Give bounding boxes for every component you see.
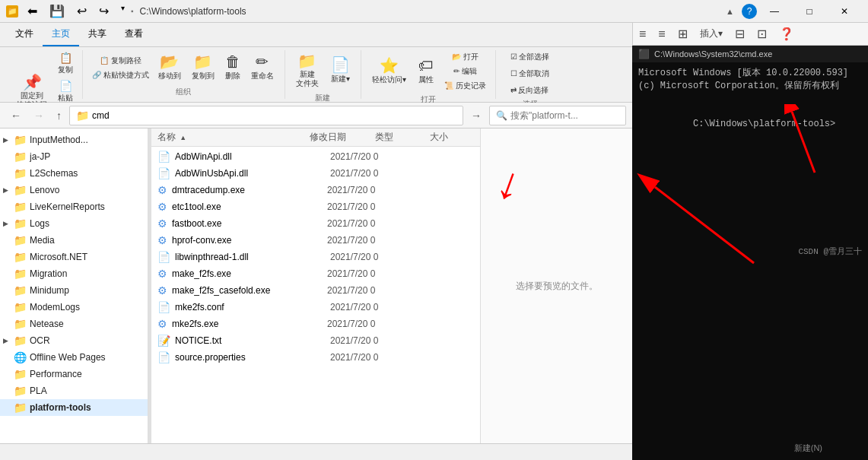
back-button[interactable]: ← <box>6 108 26 123</box>
file-row[interactable]: ⚙ make_f2fs.exe 2021/7/20 0 <box>151 265 480 282</box>
tree-label: OCR <box>30 335 50 346</box>
file-row[interactable]: 📄 source.properties 2021/7/20 0 <box>151 349 480 366</box>
file-row[interactable]: ⚙ dmtracedump.exe 2021/7/20 0 <box>151 182 480 198</box>
delete-button[interactable]: 🗑 删除 <box>221 51 245 84</box>
file-row[interactable]: 📄 libwinpthread-1.dll 2021/7/20 0 <box>151 249 480 265</box>
paste-shortcut-button[interactable]: 🔗 粘贴快捷方式 <box>89 68 152 82</box>
file-row[interactable]: ⚙ mke2fs.exe 2021/7/20 0 <box>151 316 480 332</box>
file-row[interactable]: 📝 NOTICE.txt 2021/7/20 0 <box>151 332 480 349</box>
folder-icon: 📁 <box>14 201 27 213</box>
cmd-content[interactable]: Microsoft Windows [版本 10.0.22000.593] (c… <box>632 62 868 263</box>
file-date: 2021/7/20 0 <box>330 168 385 179</box>
history-button[interactable]: 📜 历史记录 <box>441 79 489 93</box>
move-to-button[interactable]: 📂 移动到 <box>154 51 186 84</box>
address-bar: ← → ↑ 📁 cmd → 🔍 <box>0 103 632 128</box>
title-qs-redo[interactable]: ↪ <box>99 4 109 18</box>
file-name: hprof-conv.exe <box>172 235 324 246</box>
open-button[interactable]: 📂 打开 <box>441 50 489 64</box>
select-none-button[interactable]: ☐ 全部取消 <box>507 67 553 81</box>
paste-button[interactable]: 📄 粘贴 <box>55 78 76 105</box>
title-qs-undo[interactable]: ↩ <box>77 4 87 18</box>
invert-button[interactable]: ⇄ 反向选择 <box>507 84 552 97</box>
file-row[interactable]: ⚙ fastboot.exe 2021/7/20 0 <box>151 215 480 232</box>
tree-item-modemlogs[interactable]: 📁 ModemLogs <box>0 299 148 316</box>
tree-item-inputmethod[interactable]: ▶ 📁 InputMethod... <box>0 132 148 148</box>
rt-help[interactable]: ❓ <box>776 25 797 43</box>
file-row[interactable]: 📄 AdbWinApi.dll 2021/7/20 0 <box>151 148 480 165</box>
tree-item-lenovo[interactable]: ▶ 📁 Lenovo <box>0 182 148 198</box>
rename-button[interactable]: ✏ 重命名 <box>246 51 278 84</box>
title-qs-dropdown[interactable]: ▾ <box>121 4 125 18</box>
tree-item-ocr[interactable]: ▶ 📁 OCR <box>0 332 148 349</box>
new-folder-button[interactable]: 📁 新建文件夹 <box>291 50 323 91</box>
expand-arrow: ▶ <box>3 186 12 194</box>
minimize-button[interactable]: — <box>757 0 792 23</box>
ribbon-collapse[interactable]: ▲ <box>720 4 740 19</box>
cmd-line-3 <box>638 93 862 106</box>
help-btn[interactable]: ? <box>742 4 757 19</box>
tree-item-ja-jp[interactable]: 📁 ja-JP <box>0 148 148 165</box>
col-size[interactable]: 大小 <box>430 131 474 144</box>
file-row[interactable]: ⚙ make_f2fs_casefold.exe 2021/7/20 0 <box>151 282 480 299</box>
properties-icon: 🏷 <box>418 58 434 73</box>
rt-grid[interactable]: ⊞ <box>675 25 691 43</box>
tree-item-minidump[interactable]: 📁 Minidump <box>0 282 148 299</box>
select-all-button[interactable]: ☑ 全部选择 <box>507 50 553 64</box>
copy-button[interactable]: 📋 复制 <box>55 50 76 77</box>
file-row[interactable]: 📄 AdbWinUsbApi.dll 2021/7/20 0 <box>151 165 480 182</box>
col-type[interactable]: 类型 <box>375 131 430 144</box>
folder-icon: 📁 <box>14 335 27 347</box>
tree-item-netease[interactable]: 📁 Netease <box>0 316 148 332</box>
tree-item-media[interactable]: 📁 Media <box>0 232 148 249</box>
cmd-title: C:\Windows\System32\cmd.exe <box>654 49 772 59</box>
title-qs-save[interactable]: 💾 <box>49 4 65 18</box>
maximize-button[interactable]: □ <box>792 0 827 23</box>
tree-label: Netease <box>30 319 64 329</box>
address-forward-button[interactable]: → <box>466 108 486 123</box>
tree-item-performance[interactable]: 📁 Performance <box>0 366 148 382</box>
properties-button[interactable]: 🏷 属性 <box>414 55 438 88</box>
tree-item-migration[interactable]: 📁 Migration <box>0 265 148 282</box>
file-list-header: 名称 ▲ 修改日期 类型 大小 <box>151 128 480 147</box>
forward-button[interactable]: → <box>29 108 49 123</box>
search-box[interactable]: 🔍 <box>489 106 626 125</box>
easy-access-button[interactable]: ⭐ 轻松访问▾ <box>367 55 411 88</box>
title-qs-back[interactable]: ⬅ <box>27 4 37 18</box>
rt-square[interactable]: ⊡ <box>754 25 770 43</box>
tree-item-l2schemas[interactable]: 📁 L2Schemas <box>0 165 148 182</box>
tree-item-logs[interactable]: ▶ 📁 Logs <box>0 215 148 232</box>
rt-align1[interactable]: ≡ <box>636 26 649 43</box>
file-name: fastboot.exe <box>172 218 324 229</box>
edit-button[interactable]: ✏ 编辑 <box>441 65 489 78</box>
new-item-button[interactable]: 📄 新建▾ <box>326 54 355 87</box>
file-row[interactable]: 📄 mke2fs.conf 2021/7/20 0 <box>151 299 480 316</box>
tree-label: Performance <box>30 369 82 379</box>
col-date[interactable]: 修改日期 <box>310 131 375 144</box>
tab-view[interactable]: 查看 <box>116 23 152 46</box>
file-row[interactable]: ⚙ etc1tool.exe 2021/7/20 0 <box>151 198 480 215</box>
tree-label: ja-JP <box>30 151 50 162</box>
tab-share[interactable]: 共享 <box>79 23 116 46</box>
tab-file[interactable]: 文件 <box>6 23 43 46</box>
rt-align2[interactable]: ≡ <box>655 26 668 43</box>
tab-home[interactable]: 主页 <box>43 23 79 46</box>
file-icon: 📄 <box>157 251 170 263</box>
copy-to-button[interactable]: 📁 复制到 <box>187 51 219 84</box>
tree-item-livekernel[interactable]: 📁 LiveKernelReports <box>0 198 148 215</box>
tree-item-offline-web[interactable]: 🌐 Offline Web Pages <box>0 349 148 366</box>
tree-item-pla[interactable]: 📁 PLA <box>0 382 148 399</box>
address-path[interactable]: 📁 cmd <box>69 106 463 125</box>
col-name[interactable]: 名称 ▲ <box>157 131 310 144</box>
folder-icon: 📁 <box>14 217 27 230</box>
rt-insert[interactable]: 插入▾ <box>697 26 726 42</box>
rt-minus[interactable]: ⊟ <box>732 25 748 43</box>
file-date: 2021/7/20 0 <box>327 319 383 329</box>
tree-item-microsoft-net[interactable]: 📁 Microsoft.NET <box>0 249 148 265</box>
close-button[interactable]: ✕ <box>827 0 862 23</box>
up-button[interactable]: ↑ <box>52 108 66 123</box>
search-input[interactable] <box>510 110 619 121</box>
file-row[interactable]: ⚙ hprof-conv.exe 2021/7/20 0 <box>151 232 480 249</box>
tree-item-platform-tools[interactable]: 📁 platform-tools <box>0 399 148 416</box>
copy-path-button[interactable]: 📋 复制路径 <box>89 54 152 68</box>
tree-label: PLA <box>30 385 47 396</box>
